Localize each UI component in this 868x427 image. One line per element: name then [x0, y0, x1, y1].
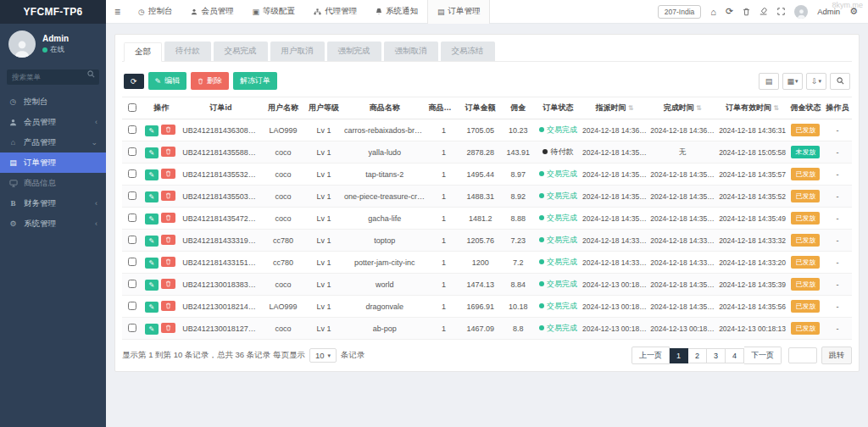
pencil-icon: ✎: [149, 171, 155, 179]
row-delete-button[interactable]: [161, 279, 175, 289]
row-edit-button[interactable]: ✎: [145, 236, 159, 247]
row-edit-button[interactable]: ✎: [145, 280, 159, 291]
money-icon: B: [8, 199, 18, 208]
nav-item-notifications[interactable]: 系统通知: [366, 0, 427, 24]
tab-pending-payment[interactable]: 待付款: [164, 42, 211, 61]
delete-button[interactable]: 删除: [191, 72, 229, 90]
columns-button[interactable]: ▦▾: [782, 73, 803, 90]
col-complete-time[interactable]: 完成时间⇅: [648, 97, 716, 119]
page-button-4[interactable]: 4: [726, 348, 744, 363]
clear-cache-icon[interactable]: [760, 8, 768, 15]
tab-force-completed[interactable]: 强制完成: [327, 42, 381, 61]
page-size-select[interactable]: 10▾: [309, 348, 337, 363]
nav-item-levels[interactable]: ▣ 等级配置: [242, 0, 304, 24]
col-actions: 操作: [142, 97, 181, 119]
row-edit-button[interactable]: ✎: [145, 324, 159, 335]
col-assign-time[interactable]: 指派时间⇅: [581, 97, 648, 119]
row-edit-button[interactable]: ✎: [145, 125, 159, 136]
next-page-button[interactable]: 下一页: [744, 347, 782, 364]
row-delete-button[interactable]: [161, 213, 175, 223]
row-checkbox[interactable]: [128, 302, 136, 310]
row-edit-button[interactable]: ✎: [145, 191, 159, 202]
col-valid-time[interactable]: 订单有效时间⇅: [716, 97, 787, 119]
bell-icon: [376, 8, 382, 15]
row-checkbox[interactable]: [128, 147, 136, 156]
export-button[interactable]: ⇩▾: [806, 73, 826, 90]
tab-force-cancelled[interactable]: 强制取消: [384, 42, 438, 61]
row-delete-button[interactable]: [161, 125, 175, 135]
user-level: Lv 1: [305, 318, 342, 340]
toggle-view-button[interactable]: ▤: [759, 73, 779, 90]
avatar[interactable]: [794, 5, 808, 19]
unfreeze-orders-button[interactable]: 解冻订单: [233, 72, 277, 90]
tab-user-cancelled[interactable]: 用户取消: [270, 42, 325, 61]
valid-time: 2024-12-18 14:35:39: [716, 274, 787, 296]
menu-search-input[interactable]: [7, 69, 99, 85]
row-delete-button[interactable]: [161, 323, 175, 333]
commission-status-badge: 已发放: [791, 124, 820, 136]
page-button-1[interactable]: 1: [670, 348, 688, 363]
hamburger-icon[interactable]: ≡: [106, 6, 129, 18]
row-delete-button[interactable]: [161, 257, 175, 267]
row-checkbox[interactable]: [128, 324, 136, 332]
trash-icon[interactable]: [743, 8, 750, 16]
nav-item-agents[interactable]: 代理管理: [304, 0, 366, 24]
operator: -: [823, 119, 852, 141]
sidebar-item-members[interactable]: 会员管理 ‹: [0, 112, 106, 132]
select-all-checkbox[interactable]: [128, 103, 136, 112]
row-checkbox[interactable]: [128, 125, 136, 134]
fullscreen-icon[interactable]: [777, 8, 785, 15]
row-edit-button[interactable]: ✎: [145, 169, 159, 180]
complete-time: 2024-12-18 14:36:31: [648, 119, 716, 141]
sidebar-item-orders[interactable]: ▤ 订单管理: [0, 152, 106, 173]
row-checkbox[interactable]: [128, 191, 136, 200]
row-delete-button[interactable]: [161, 301, 175, 311]
nav-item-dashboard[interactable]: ◷ 控制台: [129, 0, 181, 24]
sidebar-user-name: Admin: [42, 34, 69, 43]
valid-time: 2024-12-18 14:33:32: [716, 230, 787, 252]
sidebar-item-dashboard[interactable]: ◷ 控制台: [0, 92, 106, 112]
row-delete-button[interactable]: [161, 169, 175, 179]
row-delete-button[interactable]: [161, 147, 175, 157]
row-checkbox[interactable]: [128, 236, 136, 244]
nav-item-members[interactable]: 会员管理: [181, 0, 242, 24]
sidebar-item-product-info[interactable]: 商品信息: [0, 173, 106, 193]
home-icon[interactable]: ⌂: [710, 7, 716, 17]
row-edit-button[interactable]: ✎: [145, 258, 159, 269]
search-toggle-button[interactable]: [830, 73, 850, 90]
row-checkbox[interactable]: [128, 214, 136, 222]
refresh-icon[interactable]: ⟳: [726, 6, 733, 17]
order-amount: 1205.76: [460, 230, 500, 252]
tab-frozen[interactable]: 交易冻结: [441, 42, 495, 61]
sidebar-item-finance[interactable]: B 财务管理 ‹: [0, 193, 106, 214]
sidebar-item-products[interactable]: ⌂ 产品管理 ⌄: [0, 132, 106, 152]
row-edit-button[interactable]: ✎: [145, 214, 159, 225]
order-amount: 1467.09: [460, 318, 500, 340]
sidebar-user-status: 在线: [42, 45, 69, 55]
tab-completed[interactable]: 交易完成: [214, 42, 268, 61]
sidebar-item-system[interactable]: ⚙ 系统管理 ‹: [0, 214, 106, 234]
row-checkbox[interactable]: [128, 169, 136, 178]
orders-card: 全部 待付款 交易完成 用户取消 强制完成 强制取消 交易冻结 ⟳ ✎编辑 删除…: [114, 34, 860, 372]
refresh-button[interactable]: ⟳: [124, 74, 144, 89]
complete-time: 2024-12-18 14:35:57: [648, 164, 716, 186]
trash-icon: [165, 170, 171, 177]
user-level: Lv 1: [305, 208, 342, 230]
prev-page-button[interactable]: 上一页: [632, 347, 670, 364]
row-checkbox[interactable]: [128, 258, 136, 266]
jump-button[interactable]: 跳转: [821, 347, 852, 364]
page-button-2[interactable]: 2: [688, 348, 707, 363]
jump-page-input[interactable]: [788, 347, 817, 363]
tab-all[interactable]: 全部: [124, 42, 162, 62]
region-selector[interactable]: 207-India: [658, 5, 701, 19]
row-edit-button[interactable]: ✎: [145, 147, 159, 158]
row-edit-button[interactable]: ✎: [145, 302, 159, 313]
table-row: ✎UB2412181433319189cc780Lv 1toptop11205.…: [122, 230, 852, 252]
commission-status-badge: 已发放: [791, 212, 820, 225]
edit-button[interactable]: ✎编辑: [148, 72, 187, 90]
row-checkbox[interactable]: [128, 280, 136, 288]
row-delete-button[interactable]: [161, 235, 175, 245]
row-delete-button[interactable]: [161, 191, 175, 201]
page-button-3[interactable]: 3: [707, 348, 726, 363]
nav-item-orders[interactable]: ▤ 订单管理: [427, 0, 491, 24]
